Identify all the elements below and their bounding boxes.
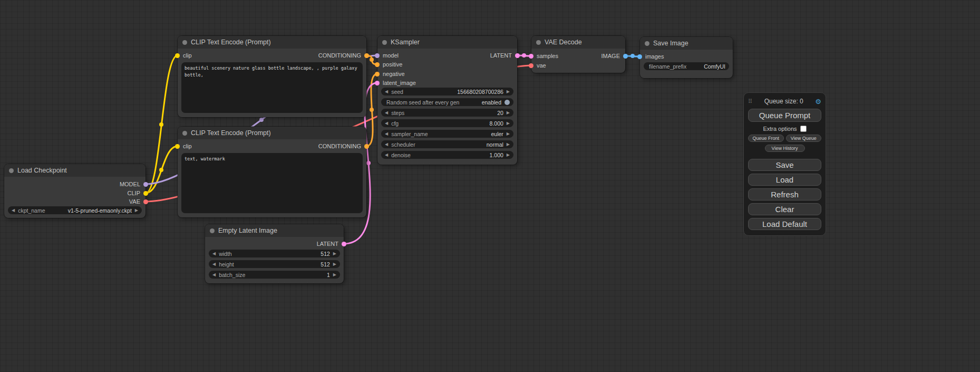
widget-cfg[interactable]: ◀ cfg 8.000 ▶ [381, 119, 513, 127]
widget-width[interactable]: ◀ width 512 ▶ [209, 250, 340, 257]
decrement-arrow-icon[interactable]: ◀ [385, 111, 388, 115]
clip-port-dot[interactable] [143, 191, 148, 196]
node-save-image[interactable]: Save Image images filename_prefix ComfyU… [640, 37, 733, 78]
refresh-button[interactable]: Refresh [748, 188, 821, 201]
output-port-latent[interactable]: LATENT [490, 52, 520, 59]
node-header[interactable]: CLIP Text Encode (Prompt) [178, 36, 366, 49]
latent-port-dot[interactable] [342, 242, 346, 246]
widget-batch-size[interactable]: ◀ batch_size 1 ▶ [209, 271, 340, 279]
output-port-image[interactable]: IMAGE [601, 53, 628, 59]
input-port-model[interactable]: model [375, 52, 399, 59]
decrement-arrow-icon[interactable]: ◀ [385, 153, 388, 157]
model-port-dot[interactable] [375, 53, 380, 58]
output-port-conditioning[interactable]: CONDITIONING [318, 52, 369, 59]
node-header[interactable]: Save Image [640, 37, 733, 50]
settings-gear-icon[interactable]: ⚙ [815, 98, 821, 105]
widget-sampler-name[interactable]: ◀ sampler_name euler ▶ [381, 130, 513, 138]
output-port-vae[interactable]: VAE [129, 198, 148, 205]
node-header[interactable]: Load Checkpoint [4, 164, 145, 177]
collapse-dot-icon[interactable] [382, 40, 387, 45]
vae-port-dot[interactable] [143, 199, 148, 204]
increment-arrow-icon[interactable]: ▶ [333, 273, 336, 277]
conditioning-port-dot[interactable] [364, 144, 369, 149]
node-empty-latent-image[interactable]: Empty Latent Image LATENT ◀ width 512 ▶ … [205, 224, 344, 283]
latent-port-dot[interactable] [375, 81, 380, 85]
clear-button[interactable]: Clear [748, 203, 821, 215]
load-default-button[interactable]: Load Default [748, 218, 821, 230]
collapse-dot-icon[interactable] [645, 41, 649, 46]
widget-denoise[interactable]: ◀ denoise 1.000 ▶ [381, 151, 513, 159]
clip-port-dot[interactable] [175, 53, 180, 58]
conditioning-port-dot[interactable] [375, 62, 380, 67]
next-arrow-icon[interactable]: ▶ [507, 142, 510, 147]
input-port-latent-image[interactable]: latent_image [375, 80, 416, 86]
increment-arrow-icon[interactable]: ▶ [507, 111, 510, 115]
decrement-arrow-icon[interactable]: ◀ [212, 273, 216, 277]
conditioning-port-dot[interactable] [375, 72, 380, 77]
conditioning-port-dot[interactable] [364, 53, 369, 58]
extra-options-checkbox[interactable] [800, 126, 807, 132]
collapse-dot-icon[interactable] [9, 168, 14, 173]
decrement-arrow-icon[interactable]: ◀ [385, 90, 388, 94]
output-port-latent[interactable]: LATENT [317, 241, 346, 247]
decrement-arrow-icon[interactable]: ◀ [385, 121, 388, 126]
widget-seed[interactable]: ◀ seed 156680208700286 ▶ [381, 88, 513, 96]
view-queue-button[interactable]: View Queue [786, 135, 822, 142]
drag-handle-icon[interactable]: ⠿ [748, 98, 752, 105]
prompt-textarea[interactable]: beautiful scenery nature glass bottle la… [181, 62, 363, 113]
prev-arrow-icon[interactable]: ◀ [385, 132, 388, 136]
queue-prompt-button[interactable]: Queue Prompt [748, 109, 821, 122]
graph-canvas[interactable]: Load Checkpoint MODEL CLIP VAE ◀ ckpt_na… [0, 0, 980, 372]
queue-menu-panel[interactable]: ⠿ Queue size: 0 ⚙ Queue Prompt Extra opt… [743, 92, 826, 236]
widget-steps[interactable]: ◀ steps 20 ▶ [381, 109, 513, 117]
node-header[interactable]: Empty Latent Image [205, 224, 344, 237]
prev-arrow-icon[interactable]: ◀ [12, 208, 15, 213]
output-port-model[interactable]: MODEL [120, 181, 148, 187]
queue-front-button[interactable]: Queue Front [748, 135, 784, 142]
node-header[interactable]: VAE Decode [531, 36, 625, 49]
collapse-dot-icon[interactable] [182, 40, 187, 45]
collapse-dot-icon[interactable] [182, 131, 187, 136]
increment-arrow-icon[interactable]: ▶ [507, 90, 510, 94]
node-ksampler[interactable]: KSampler model positive negative latent_… [377, 36, 517, 165]
input-port-images[interactable]: images [637, 53, 664, 60]
image-port-dot[interactable] [637, 54, 642, 59]
next-arrow-icon[interactable]: ▶ [507, 132, 510, 136]
toggle-dot-icon[interactable] [504, 100, 510, 105]
widget-filename-prefix[interactable]: filename_prefix ComfyUI [644, 62, 729, 70]
output-port-conditioning[interactable]: CONDITIONING [318, 143, 369, 149]
decrement-arrow-icon[interactable]: ◀ [212, 262, 216, 266]
input-port-clip[interactable]: clip [175, 52, 192, 59]
view-history-button[interactable]: View History [765, 145, 805, 152]
input-port-samples[interactable]: samples [529, 53, 558, 59]
input-port-vae[interactable]: vae [529, 62, 546, 69]
node-header[interactable]: CLIP Text Encode (Prompt) [178, 127, 366, 139]
widget-random-seed-toggle[interactable]: Random seed after every gen enabled [381, 98, 513, 106]
latent-port-dot[interactable] [515, 53, 520, 58]
increment-arrow-icon[interactable]: ▶ [507, 121, 510, 126]
collapse-dot-icon[interactable] [536, 40, 541, 45]
input-port-negative[interactable]: negative [375, 71, 405, 77]
clip-port-dot[interactable] [175, 144, 180, 149]
node-load-checkpoint[interactable]: Load Checkpoint MODEL CLIP VAE ◀ ckpt_na… [4, 164, 145, 218]
node-clip-text-encode-positive[interactable]: CLIP Text Encode (Prompt) clip CONDITION… [178, 36, 366, 117]
vae-port-dot[interactable] [529, 63, 533, 68]
widget-height[interactable]: ◀ height 512 ▶ [209, 260, 340, 268]
prev-arrow-icon[interactable]: ◀ [385, 142, 388, 147]
increment-arrow-icon[interactable]: ▶ [333, 262, 336, 266]
node-clip-text-encode-negative[interactable]: CLIP Text Encode (Prompt) clip CONDITION… [178, 127, 366, 217]
node-header[interactable]: KSampler [377, 36, 517, 49]
prompt-textarea[interactable]: text, watermark [181, 153, 363, 213]
node-vae-decode[interactable]: VAE Decode samples vae IMAGE [531, 36, 625, 73]
load-button[interactable]: Load [748, 174, 821, 186]
save-button[interactable]: Save [748, 159, 821, 171]
increment-arrow-icon[interactable]: ▶ [507, 153, 510, 157]
collapse-dot-icon[interactable] [210, 228, 215, 233]
widget-ckpt-name[interactable]: ◀ ckpt_name v1-5-pruned-emaonly.ckpt ▶ [8, 206, 142, 214]
next-arrow-icon[interactable]: ▶ [135, 208, 138, 213]
input-port-positive[interactable]: positive [375, 61, 402, 68]
image-port-dot[interactable] [623, 54, 628, 59]
input-port-clip[interactable]: clip [175, 143, 192, 149]
increment-arrow-icon[interactable]: ▶ [333, 252, 336, 256]
latent-port-dot[interactable] [529, 54, 533, 59]
